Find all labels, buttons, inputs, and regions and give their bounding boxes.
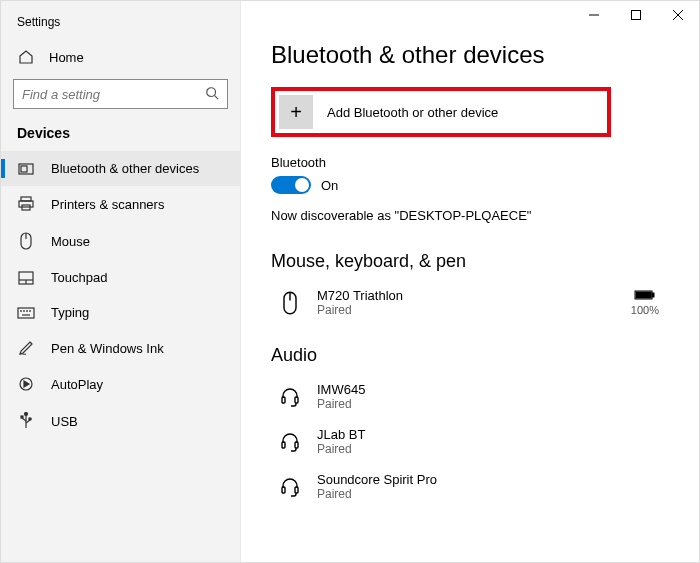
search-input[interactable] [22,87,205,102]
sidebar-item-autoplay[interactable]: AutoPlay [1,366,240,402]
add-device-label: Add Bluetooth or other device [327,105,498,120]
headset-icon [277,476,303,498]
sidebar-item-label: AutoPlay [51,377,103,392]
sidebar-item-pen[interactable]: Pen & Windows Ink [1,330,240,366]
group-heading-mouse: Mouse, keyboard, & pen [271,251,669,272]
window-controls [573,1,699,29]
section-header: Devices [1,119,240,151]
sidebar-item-label: Touchpad [51,270,107,285]
device-status: Paired [317,303,403,317]
search-icon [205,86,219,103]
touchpad-icon [17,271,35,285]
mouse-icon [17,232,35,250]
close-button[interactable] [657,1,699,29]
toggle-state-label: On [321,178,338,193]
sidebar: Settings Home Devices [1,1,241,562]
group-heading-audio: Audio [271,345,669,366]
svg-point-12 [21,310,22,311]
device-meta: IMW645 Paired [317,382,365,411]
autoplay-icon [17,376,35,392]
sidebar-item-touchpad[interactable]: Touchpad [1,260,240,295]
minimize-button[interactable] [573,1,615,29]
settings-window: Settings Home Devices [0,0,700,563]
device-meta: Soundcore Spirit Pro Paired [317,472,437,501]
svg-point-0 [207,87,216,96]
sidebar-item-printers[interactable]: Printers & scanners [1,186,240,222]
device-status: Paired [317,442,365,456]
device-row[interactable]: Soundcore Spirit Pro Paired [271,466,669,511]
sidebar-item-bluetooth[interactable]: Bluetooth & other devices [1,151,240,186]
svg-point-21 [29,418,31,420]
sidebar-item-label: USB [51,414,78,429]
add-device-button[interactable]: + Add Bluetooth or other device [279,95,603,129]
device-name: JLab BT [317,427,365,442]
maximize-button[interactable] [615,1,657,29]
device-row[interactable]: JLab BT Paired [271,421,669,466]
device-status: Paired [317,487,437,501]
battery-icon [634,289,656,304]
device-status: Paired [317,397,365,411]
device-row[interactable]: IMW645 Paired [271,376,669,421]
home-icon [17,49,35,65]
device-meta: M720 Triathlon Paired [317,288,403,317]
battery-percent: 100% [631,304,659,316]
device-name: Soundcore Spirit Pro [317,472,437,487]
sidebar-item-mouse[interactable]: Mouse [1,222,240,260]
pen-icon [17,340,35,356]
svg-rect-2 [21,166,27,172]
usb-icon [17,412,35,430]
svg-rect-4 [19,201,33,207]
content-scroll[interactable]: Bluetooth & other devices + Add Bluetoot… [241,1,699,562]
svg-rect-29 [636,292,651,298]
add-device-highlight: + Add Bluetooth or other device [271,87,611,137]
main-panel: Bluetooth & other devices + Add Bluetoot… [241,1,699,562]
svg-rect-23 [632,11,641,20]
headset-icon [277,386,303,408]
svg-rect-30 [652,293,654,297]
svg-point-13 [24,310,25,311]
app-title: Settings [1,11,240,41]
search-box[interactable] [13,79,228,109]
sidebar-item-typing[interactable]: Typing [1,295,240,330]
home-nav[interactable]: Home [1,41,240,73]
svg-rect-11 [18,308,34,318]
battery-indicator: 100% [631,289,669,316]
device-name: M720 Triathlon [317,288,403,303]
sidebar-item-label: Printers & scanners [51,197,164,212]
bluetooth-label: Bluetooth [271,155,669,170]
plus-icon: + [279,95,313,129]
bluetooth-toggle-row: On [271,176,669,194]
sidebar-item-label: Bluetooth & other devices [51,161,199,176]
svg-point-19 [25,413,28,416]
search-wrap [1,73,240,119]
sidebar-item-label: Mouse [51,234,90,249]
mouse-icon [277,291,303,315]
rect-icon [17,162,35,176]
svg-point-14 [27,310,28,311]
sidebar-item-usb[interactable]: USB [1,402,240,440]
svg-rect-20 [21,416,23,418]
keyboard-icon [17,307,35,319]
sidebar-item-label: Pen & Windows Ink [51,341,164,356]
printer-icon [17,196,35,212]
device-name: IMW645 [317,382,365,397]
svg-rect-3 [21,197,31,201]
page-title: Bluetooth & other devices [271,41,669,69]
bluetooth-toggle[interactable] [271,176,311,194]
svg-point-15 [30,310,31,311]
headset-icon [277,431,303,453]
home-label: Home [49,50,84,65]
device-meta: JLab BT Paired [317,427,365,456]
discoverable-text: Now discoverable as "DESKTOP-PLQAECE" [271,208,669,223]
device-row[interactable]: M720 Triathlon Paired 100% [271,282,669,327]
sidebar-item-label: Typing [51,305,89,320]
